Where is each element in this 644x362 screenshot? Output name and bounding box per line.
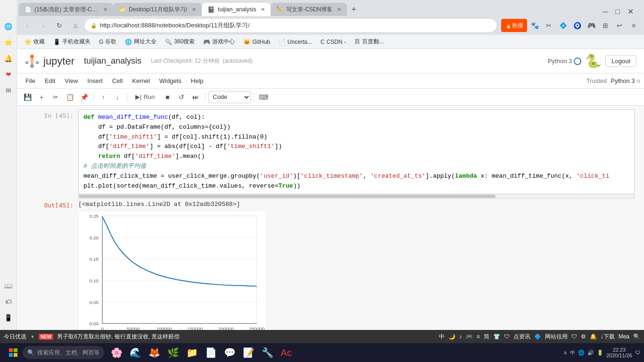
sidebar-icon-5[interactable]: ✉ xyxy=(1,83,16,98)
bookmark-games[interactable]: 🎮 游戏中心 xyxy=(199,37,239,47)
extension-5[interactable]: 🎮 xyxy=(585,19,598,32)
taskbar-battery-icon: 🔋 xyxy=(597,350,603,356)
taskbar-search[interactable]: 🔍 搜索应用、文档、网页等 xyxy=(23,346,104,359)
restart-button[interactable]: ↺ xyxy=(175,90,188,104)
home-button[interactable]: ⌂ xyxy=(69,19,82,32)
taskbar-app-green[interactable]: 🌿 xyxy=(165,344,182,361)
restart-run-button[interactable]: ⏭ xyxy=(189,90,202,104)
new-badge: NEW xyxy=(39,334,53,340)
sidebar-icon-7[interactable]: 🏷 xyxy=(1,294,16,309)
extension-1[interactable]: 🐾 xyxy=(528,19,541,32)
output-prompt: Out[45]: xyxy=(17,201,78,209)
bookmark-mobile[interactable]: 📱 手机收藏夹 xyxy=(50,37,94,47)
close-button[interactable]: ✕ xyxy=(625,7,636,16)
sidebar-icon-3[interactable]: 🔔 xyxy=(1,51,16,66)
sidebar-icon-1[interactable]: 🌐 xyxy=(1,19,16,34)
sidebar-icon-8[interactable]: 📱 xyxy=(1,310,16,325)
taskbar-app-pdf[interactable]: 📄 xyxy=(202,344,219,361)
taskbar-app-tool[interactable]: 🔧 xyxy=(259,344,276,361)
notebook-name[interactable]: tuijian_analysis xyxy=(84,56,141,66)
bookmark-google[interactable]: G 谷歌 xyxy=(95,37,120,47)
hot-button[interactable]: 🔥热搜 xyxy=(501,19,527,32)
save-button[interactable]: 💾 xyxy=(21,90,34,104)
address-input[interactable]: 🔒 http://localhost:8888/notebooks/Deskto… xyxy=(85,19,496,32)
svg-point-2 xyxy=(25,61,28,64)
menu-help[interactable]: Help xyxy=(186,75,208,86)
new-tab-button[interactable]: + xyxy=(347,3,360,16)
tab-tuijian[interactable]: 📓 tuijian_analysis ✕ xyxy=(202,3,271,16)
copy-button[interactable]: 📋 xyxy=(63,90,76,104)
code-scroll-bar[interactable] xyxy=(78,194,635,199)
taskbar-system-tray: ∧ xyxy=(563,350,567,356)
news-text: 男子取6万竟取出假钞, 银行直接没收, 竟这样赔偿 xyxy=(57,333,180,341)
extension-7[interactable]: ↩ xyxy=(613,19,626,32)
extension-6[interactable]: ⊞ xyxy=(599,19,612,32)
taskbar-app-chat[interactable]: 💬 xyxy=(221,344,238,361)
cell-in-prompt: In [45]: xyxy=(17,109,78,199)
taskbar-app-acrobat[interactable]: Ac xyxy=(278,344,295,361)
svg-rect-26 xyxy=(14,348,17,352)
menu-file[interactable]: File xyxy=(21,75,40,86)
cell-type-select[interactable]: Code Markdown Raw xyxy=(208,91,251,103)
python-badge: Python 3 xyxy=(548,58,581,65)
menu-kernel[interactable]: Kernel xyxy=(127,75,155,86)
taskbar-notification-icon[interactable]: 🗨 xyxy=(635,350,640,355)
taskbar-app-browser[interactable]: 🦊 xyxy=(146,344,163,361)
bookmark-star[interactable]: ⭐ 收藏 xyxy=(21,37,49,47)
svg-text:0.15: 0.15 xyxy=(90,257,99,262)
chevron-down-icon[interactable]: ▼ xyxy=(30,334,35,339)
bookmark-csdn[interactable]: C CSDN - xyxy=(317,38,350,46)
start-button[interactable] xyxy=(4,343,23,362)
move-up-button[interactable]: ↑ xyxy=(97,90,110,104)
tab-label-3: tuijian_analysis xyxy=(218,6,256,13)
tab-close-2[interactable]: ✕ xyxy=(192,7,196,13)
taskbar-app-files[interactable]: 📁 xyxy=(183,344,200,361)
bookmark-baidu-trans[interactable]: 百 百度翻... xyxy=(351,37,388,47)
cell-input-content[interactable]: def mean_diff_time_func(df, col): df = p… xyxy=(78,109,635,199)
paste-button[interactable]: 📌 xyxy=(77,90,91,104)
logout-button[interactable]: Logout xyxy=(605,55,636,67)
sidebar-icon-2[interactable]: ⭐ xyxy=(1,35,16,50)
tab-csdn-articles[interactable]: 📄 (15条消息) 文章管理-CSD ✕ xyxy=(19,3,113,16)
sidebar-icon-6[interactable]: 📖 xyxy=(1,278,16,293)
run-button[interactable]: ▶| Run xyxy=(130,90,160,104)
tabs-bar: 📄 (15条消息) 文章管理-CSD ✕ 📁 Desktop/11月组队学习/ … xyxy=(17,0,644,16)
menu-view[interactable]: View xyxy=(60,75,83,86)
add-cell-button[interactable]: + xyxy=(35,90,48,104)
extension-4[interactable]: 🧿 xyxy=(570,19,584,32)
tab-close-4[interactable]: ✕ xyxy=(337,7,341,13)
menu-button[interactable]: ≡ xyxy=(627,19,640,32)
menu-cell[interactable]: Cell xyxy=(107,75,127,86)
cut-button[interactable]: ✂ xyxy=(49,90,62,104)
back-button[interactable]: ‹ xyxy=(21,19,34,32)
keyboard-shortcuts-button[interactable]: ⌨ xyxy=(257,90,270,104)
taskbar-clock[interactable]: 22:23 2020/11/26 xyxy=(606,347,632,358)
taskbar-ime[interactable]: 中 xyxy=(570,349,575,356)
stop-button[interactable]: ■ xyxy=(161,90,174,104)
maximize-button[interactable]: □ xyxy=(612,8,623,16)
bookmark-uncertain[interactable]: 📄 Uncerta... xyxy=(275,38,316,46)
tab-write-csdn[interactable]: ✏️ 写文章-CSDN博客 ✕ xyxy=(271,3,347,16)
bookmark-360[interactable]: 🔍 360搜索 xyxy=(161,37,198,47)
taskbar: 🔍 搜索应用、文档、网页等 🌸 🌊 🦊 🌿 📁 📄 💬 📝 🔧 Ac ∧ 中 🌐… xyxy=(0,343,644,362)
extension-2[interactable]: ✂ xyxy=(542,19,555,32)
minimize-button[interactable]: ─ xyxy=(600,8,611,16)
taskbar-app-edge[interactable]: 🌊 xyxy=(127,344,144,361)
sidebar-icon-4[interactable]: ❤ xyxy=(1,67,16,82)
extension-3[interactable]: 💠 xyxy=(556,19,570,32)
tab-desktop[interactable]: 📁 Desktop/11月组队学习/ ✕ xyxy=(113,3,202,16)
python-logo-icon: 🐍 xyxy=(585,53,602,69)
taskbar-app-word[interactable]: 📝 xyxy=(240,344,257,361)
reload-button[interactable]: ↻ xyxy=(53,19,66,32)
tab-close-3[interactable]: ✕ xyxy=(261,7,265,13)
tab-close-1[interactable]: ✕ xyxy=(103,7,107,13)
menu-insert[interactable]: Insert xyxy=(83,75,107,86)
menu-widgets[interactable]: Widgets xyxy=(155,75,186,86)
menu-edit[interactable]: Edit xyxy=(40,75,60,86)
bookmark-nav[interactable]: 🌐 网址大全 xyxy=(121,37,160,47)
move-down-button[interactable]: ↓ xyxy=(111,90,124,104)
svg-rect-25 xyxy=(9,348,13,352)
bookmark-github[interactable]: 🐱 GitHub xyxy=(239,38,273,46)
taskbar-app-flower[interactable]: 🌸 xyxy=(108,344,125,361)
forward-button[interactable]: › xyxy=(37,19,50,32)
